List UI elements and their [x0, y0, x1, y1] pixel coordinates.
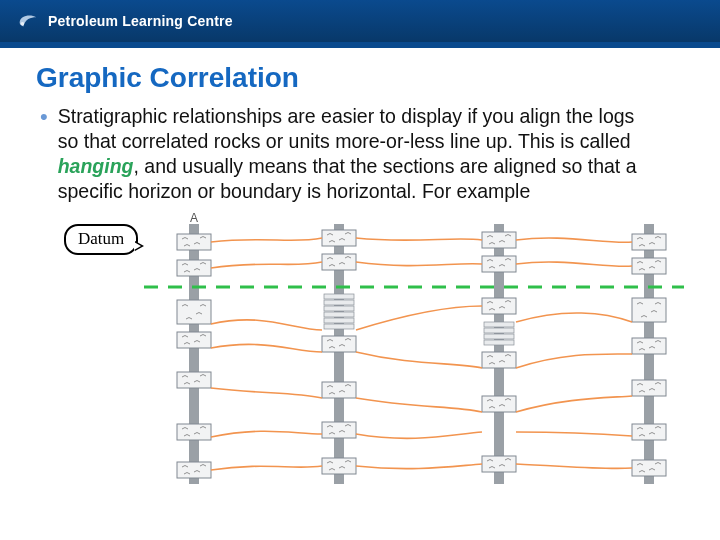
bullet-dot-icon: •	[40, 104, 48, 130]
svg-point-0	[21, 22, 25, 26]
brand-logo-icon	[16, 10, 38, 32]
app-header: Petroleum Learning Centre	[0, 0, 720, 42]
bullet-text-post: , and usually means that the sections ar…	[58, 155, 637, 202]
datum-callout: Datum	[64, 224, 138, 255]
section-label-a: A	[190, 212, 198, 225]
brand-title: Petroleum Learning Centre	[48, 13, 233, 29]
well-b-units	[322, 230, 356, 474]
slide-content: Graphic Correlation • Stratigraphic rela…	[0, 48, 720, 492]
bullet-text-pre: Stratigraphic relationships are easier t…	[58, 105, 635, 152]
datum-label: Datum	[78, 229, 124, 248]
correlation-lines	[211, 238, 632, 470]
hanging-term: hanging	[58, 155, 134, 177]
correlation-diagram: Datum A	[64, 212, 704, 492]
slide-title: Graphic Correlation	[36, 62, 684, 94]
bullet-text: Stratigraphic relationships are easier t…	[58, 104, 658, 204]
diagram-svg: A	[144, 212, 684, 492]
bullet-item: • Stratigraphic relationships are easier…	[40, 104, 684, 204]
